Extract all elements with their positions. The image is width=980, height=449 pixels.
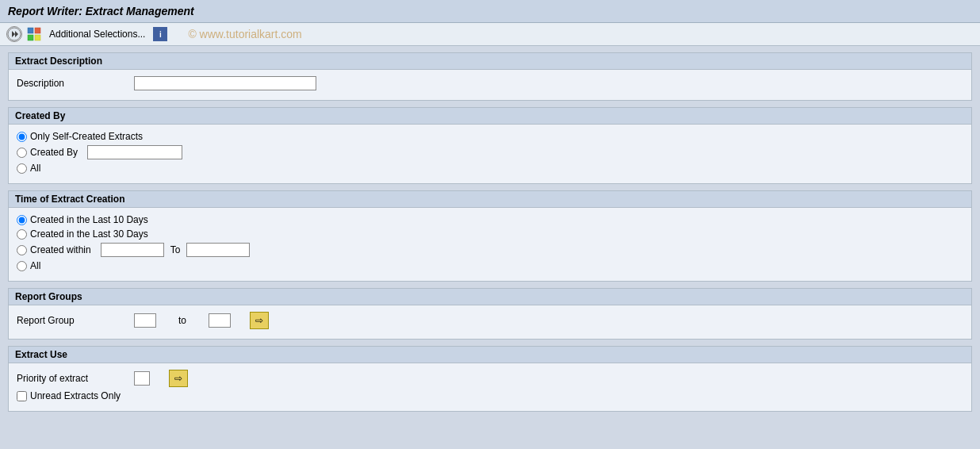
priority-arrow-button[interactable]: ⇨ xyxy=(169,370,188,387)
all-time-radio[interactable] xyxy=(17,261,27,271)
report-groups-section: Report Groups Report Group to ⇨ xyxy=(8,288,972,340)
only-self-created-row: Only Self-Created Extracts xyxy=(17,131,963,142)
report-group-to-label: to xyxy=(178,315,186,326)
grid-icon[interactable] xyxy=(27,27,41,41)
all-created-row: All xyxy=(17,163,963,174)
time-of-extract-section: Time of Extract Creation Created in the … xyxy=(8,190,972,282)
report-groups-header: Report Groups xyxy=(9,289,971,305)
unread-extracts-row: Unread Extracts Only xyxy=(17,390,963,401)
svg-rect-3 xyxy=(28,28,33,33)
report-group-row: Report Group to ⇨ xyxy=(17,312,963,329)
extract-use-section: Extract Use Priority of extract ⇨ Unread… xyxy=(8,346,972,412)
info-icon[interactable]: i xyxy=(153,27,167,41)
created-by-row: Created By xyxy=(17,145,963,159)
created-by-input[interactable] xyxy=(87,145,182,159)
extract-description-body: Description xyxy=(9,70,971,100)
created-within-from-input[interactable] xyxy=(101,243,164,257)
all-created-radio[interactable] xyxy=(17,163,27,174)
svg-rect-4 xyxy=(35,28,40,33)
to-label: To xyxy=(170,244,181,255)
unread-extracts-label: Unread Extracts Only xyxy=(30,390,121,401)
last-10-days-label: Created in the Last 10 Days xyxy=(30,214,148,225)
additional-selections-button[interactable]: Additional Selections... xyxy=(46,27,148,41)
all-time-label: All xyxy=(30,260,40,271)
created-by-section: Created By Only Self-Created Extracts Cr… xyxy=(8,107,972,184)
title-bar: Report Writer: Extract Management xyxy=(0,0,980,23)
extract-use-body: Priority of extract ⇨ Unread Extracts On… xyxy=(9,363,971,411)
watermark-text: © www.tutorialkart.com xyxy=(188,28,301,40)
only-self-created-label: Only Self-Created Extracts xyxy=(30,131,143,142)
unread-extracts-checkbox[interactable] xyxy=(17,391,27,401)
report-group-from-input[interactable] xyxy=(134,313,156,328)
only-self-created-radio[interactable] xyxy=(17,132,27,142)
created-by-header: Created By xyxy=(9,108,971,125)
main-content: Extract Description Description Created … xyxy=(0,46,980,418)
report-groups-body: Report Group to ⇨ xyxy=(9,305,971,339)
extract-description-section: Extract Description Description xyxy=(8,52,972,101)
report-group-arrow-button[interactable]: ⇨ xyxy=(250,312,269,329)
toolbar: Additional Selections... i © www.tutoria… xyxy=(0,23,980,46)
created-within-to-input[interactable] xyxy=(186,243,250,257)
created-by-radio[interactable] xyxy=(17,148,27,158)
last-10-days-radio[interactable] xyxy=(17,215,27,225)
priority-row: Priority of extract ⇨ xyxy=(17,370,963,387)
priority-input[interactable] xyxy=(134,371,150,386)
last-30-days-label: Created in the Last 30 Days xyxy=(30,228,148,240)
created-by-label: Created By xyxy=(30,147,78,158)
description-input[interactable] xyxy=(134,76,316,90)
time-of-extract-header: Time of Extract Creation xyxy=(9,191,971,208)
additional-selections-label: Additional Selections... xyxy=(49,29,145,40)
svg-rect-6 xyxy=(35,35,40,40)
page-title: Report Writer: Extract Management xyxy=(8,5,194,17)
priority-arrow-icon: ⇨ xyxy=(174,373,182,384)
created-within-radio[interactable] xyxy=(17,245,27,255)
last-30-days-row: Created in the Last 30 Days xyxy=(17,228,963,240)
extract-use-header: Extract Use xyxy=(9,347,971,363)
svg-rect-5 xyxy=(28,35,33,40)
nav-back-forward-icon[interactable] xyxy=(6,26,22,42)
all-created-label: All xyxy=(30,163,40,174)
created-within-label: Created within xyxy=(30,244,91,255)
description-label: Description xyxy=(17,78,128,89)
report-group-arrow-icon: ⇨ xyxy=(255,315,263,326)
last-30-days-radio[interactable] xyxy=(17,229,27,240)
time-of-extract-body: Created in the Last 10 Days Created in t… xyxy=(9,208,971,281)
report-group-to-input[interactable] xyxy=(209,313,231,328)
created-within-row: Created within To xyxy=(17,243,963,257)
all-time-row: All xyxy=(17,260,963,271)
extract-description-header: Extract Description xyxy=(9,53,971,70)
last-10-days-row: Created in the Last 10 Days xyxy=(17,214,963,225)
priority-label: Priority of extract xyxy=(17,373,128,384)
description-row: Description xyxy=(17,76,963,90)
report-group-label: Report Group xyxy=(17,315,128,326)
created-by-body: Only Self-Created Extracts Created By Al… xyxy=(9,125,971,183)
